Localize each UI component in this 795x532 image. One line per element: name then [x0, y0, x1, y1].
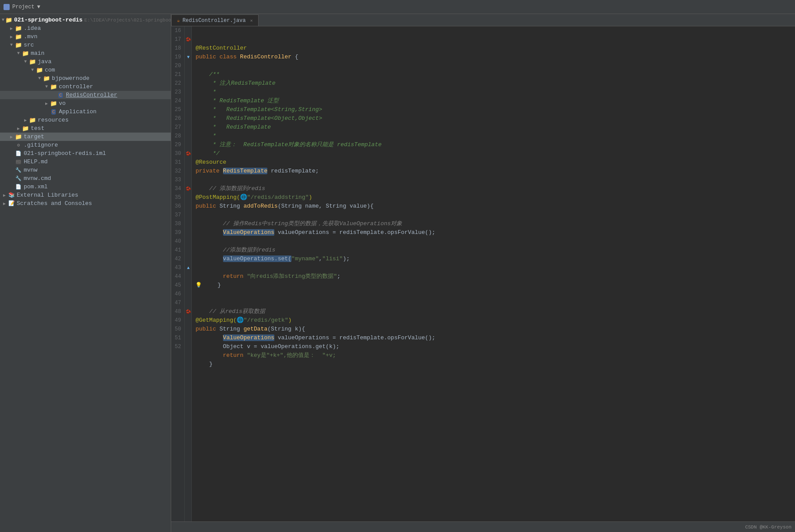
gutter-cell: [185, 237, 191, 246]
line-number: 17: [175, 35, 181, 44]
gutter-cell: [185, 325, 191, 334]
code-token: *: [195, 89, 216, 95]
gutter-cell: [185, 342, 191, 351]
code-line: 💡 }: [195, 281, 791, 290]
sidebar-item-pomxml[interactable]: 📄pom.xml: [0, 183, 171, 191]
code-token: getData: [244, 326, 268, 332]
sidebar-item-idea[interactable]: ▶📁.idea: [0, 24, 171, 32]
line-number: 25: [175, 105, 181, 114]
item-label: java: [38, 58, 51, 65]
project-dropdown-icon[interactable]: ▼: [37, 4, 40, 10]
arrow-icon: ▼: [44, 84, 49, 90]
sidebar-item-scratches[interactable]: ▶📝Scratches and Consoles: [0, 199, 171, 208]
gutter-cell: 🫘: [185, 184, 191, 193]
code-line: public String addToRedis(String name, St…: [195, 202, 791, 211]
tab-bar: ☕ RedisController.java ✕: [171, 14, 795, 26]
sidebar-item-bjpowernode[interactable]: ▼📁bjpowernode: [0, 74, 171, 83]
code-line: [195, 263, 791, 272]
code-container[interactable]: 1617181920212223242526272829303132333435…: [171, 26, 795, 521]
gutter-cell: 🫘: [185, 149, 191, 158]
code-token: * RedisTemplate 泛型: [195, 97, 279, 104]
collapse-icon[interactable]: ▼: [187, 55, 190, 60]
code-line: valueOperations.set("myname","lisi");: [195, 255, 791, 263]
gutter-cell: [185, 97, 191, 105]
gutter-cell: [185, 88, 191, 97]
item-icon: 📁: [43, 75, 50, 81]
gutter-cell: [185, 290, 191, 298]
code-token: String: [281, 203, 305, 209]
bulb-icon[interactable]: 💡: [195, 282, 202, 288]
sidebar-item-mvn[interactable]: ▶📁.mvn: [0, 32, 171, 41]
item-path: E:\IDEA\Projects\021-springboo: [84, 18, 171, 23]
sidebar-item-test[interactable]: ▶📁test: [0, 124, 171, 133]
item-label: .idea: [24, 25, 41, 32]
code-token: ;: [337, 273, 341, 280]
code-token: // 操作Redis中string类型的数据，先获取ValueOperation…: [195, 220, 402, 227]
code-token: public: [195, 326, 219, 332]
sidebar-item-controller[interactable]: ▼📁controller: [0, 83, 171, 91]
line-number: 23: [175, 88, 181, 97]
arrow-icon: ▼: [30, 68, 35, 73]
sidebar-item-gitignore[interactable]: ⚙.gitignore: [0, 141, 171, 149]
item-icon: 📁: [36, 67, 43, 73]
gutter-cell: [185, 70, 191, 79]
code-token: String: [219, 326, 244, 332]
code-content[interactable]: @RestControllerpublic class RedisControl…: [192, 26, 795, 521]
line-number: 38: [175, 219, 181, 228]
sidebar-item-resources[interactable]: ▶📁resources: [0, 116, 171, 124]
code-line: @RestController: [195, 44, 791, 53]
sidebar-item-external-libs[interactable]: ▶📚External Libraries: [0, 191, 171, 199]
code-token: return: [195, 273, 247, 280]
code-token: private: [195, 168, 223, 174]
item-icon: MD: [15, 159, 22, 165]
sidebar-item-iml[interactable]: 📄021-springboot-redis.iml: [0, 149, 171, 158]
sidebar-item-RedisController[interactable]: CRedisController: [0, 91, 171, 99]
code-token: ){: [298, 326, 305, 332]
tab-redis-controller-tab[interactable]: ☕ RedisController.java ✕: [171, 14, 259, 26]
tab-close-button[interactable]: ✕: [250, 18, 253, 23]
arrow-icon: ▶: [16, 126, 21, 131]
sidebar-item-target[interactable]: ▶📁target: [0, 133, 171, 141]
line-number: 36: [175, 202, 181, 211]
line-number: 32: [175, 167, 181, 176]
sidebar-item-vo[interactable]: ▶📁vo: [0, 99, 171, 108]
sidebar[interactable]: ▼📁021-springboot-redisE:\IDEA\Projects\0…: [0, 14, 171, 532]
line-number: 22: [175, 79, 181, 88]
sidebar-item-mvnw[interactable]: 🔧mvnw: [0, 166, 171, 174]
collapse-icon2[interactable]: ▲: [187, 266, 190, 270]
code-line: @GetMapping(🌐"/redis/getk"): [195, 316, 791, 325]
code-line: ValueOperations valueOperations = redisT…: [195, 228, 791, 237]
sidebar-item-main[interactable]: ▼📁main: [0, 49, 171, 58]
item-icon: 📁: [29, 117, 36, 123]
sidebar-item-com[interactable]: ▼📁com: [0, 66, 171, 74]
sidebar-item-src[interactable]: ▼📁src: [0, 41, 171, 49]
code-line: public class RedisController {: [195, 53, 791, 61]
main-layout: ▼📁021-springboot-redisE:\IDEA\Projects\0…: [0, 14, 795, 532]
sidebar-item-help[interactable]: MDHELP.md: [0, 158, 171, 166]
item-icon: 📄: [15, 151, 22, 156]
item-label: resources: [38, 117, 68, 123]
item-icon: C: [50, 109, 57, 115]
sidebar-item-mvnwcmd[interactable]: 🔧mvnw.cmd: [0, 174, 171, 183]
project-label[interactable]: Project: [12, 4, 34, 10]
sidebar-item-java[interactable]: ▼📁java: [0, 58, 171, 66]
code-token: "/redis/getk": [244, 317, 288, 324]
bean-icon: 🫘: [186, 186, 191, 191]
sidebar-item-project-root[interactable]: ▼📁021-springboot-redisE:\IDEA\Projects\0…: [0, 16, 171, 24]
code-token: "key是"+k+",他的值是： "+v;: [247, 352, 336, 359]
code-line: // 操作Redis中string类型的数据，先获取ValueOperation…: [195, 219, 791, 228]
gutter-cell: 🫘: [185, 35, 191, 44]
item-label: mvnw: [24, 167, 37, 173]
code-line: private RedisTemplate redisTemplate;: [195, 167, 791, 176]
item-label: .mvn: [24, 33, 37, 40]
code-line: * RedisTemplate: [195, 123, 791, 132]
gutter-cell: [185, 228, 191, 237]
item-label: test: [31, 125, 44, 132]
code-line: //添加数据到redis: [195, 246, 791, 255]
line-number: 33: [175, 176, 181, 184]
sidebar-item-Application[interactable]: CApplication: [0, 108, 171, 116]
item-icon: 📁: [5, 17, 12, 23]
code-token: //添加数据到redis: [195, 247, 275, 253]
gutter-cell: [185, 193, 191, 202]
arrow-icon: ▶: [9, 134, 14, 140]
